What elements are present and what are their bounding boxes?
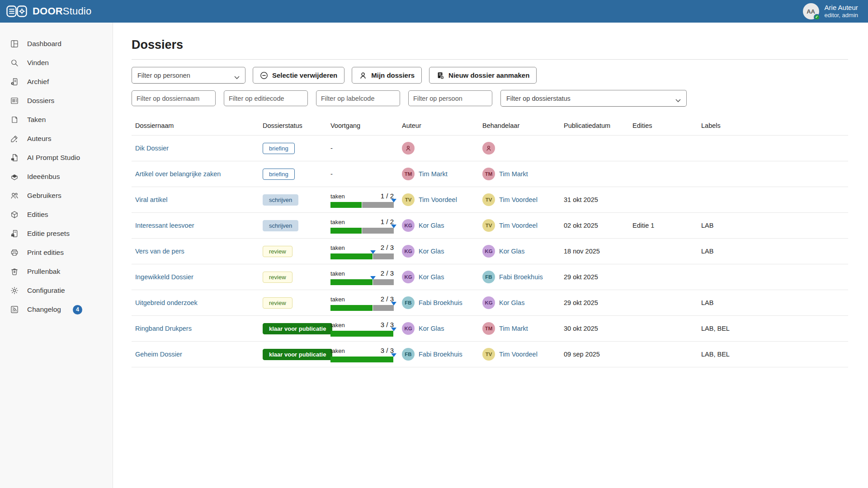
table-row[interactable]: Vers van de persreviewtaken2 / 3KGKor Gl… — [132, 239, 848, 264]
dossier-name-link[interactable]: Uitgebreid onderzoek — [135, 299, 198, 306]
sidebar-item-edities[interactable]: Edities — [0, 205, 113, 224]
publication-date: 30 okt 2025 — [560, 316, 629, 342]
dossier-name-link[interactable]: Vers van de pers — [135, 248, 184, 255]
handler-link[interactable]: Tim Markt — [499, 325, 528, 332]
progress-indicator: taken1 / 2 — [330, 218, 394, 234]
person-filter-select[interactable]: Filter op personen — [132, 67, 245, 84]
ai-document-icon — [10, 153, 19, 162]
handler-link[interactable]: Tim Voordeel — [499, 196, 538, 203]
handler-avatar: FB — [482, 271, 495, 283]
handler-link[interactable]: Kor Glas — [499, 299, 524, 306]
progress-label: taken — [330, 219, 345, 225]
status-badge: klaar voor publicatie — [263, 323, 332, 334]
handler-link[interactable]: Tim Voordeel — [499, 222, 538, 229]
handler-link[interactable]: Kor Glas — [499, 248, 524, 255]
table-row[interactable]: Viral artikelschrijventaken1 / 2TVTim Vo… — [132, 187, 848, 213]
status-filter-select[interactable]: Filter op dossierstatus — [500, 90, 687, 107]
dossier-name-link[interactable]: Geheim Dossier — [135, 351, 182, 358]
rss-icon — [10, 305, 19, 314]
title-divider — [132, 59, 848, 60]
progress-marker-icon — [391, 302, 396, 305]
progress-label: taken — [330, 296, 345, 303]
filter-input-editiecode[interactable] — [224, 90, 308, 106]
progress-bar — [330, 305, 394, 311]
column-header-behandelaar: Behandelaar — [479, 116, 560, 136]
sidebar-item-auteurs[interactable]: Auteurs — [0, 129, 113, 148]
progress-label: taken — [330, 347, 345, 354]
author-link[interactable]: Tim Markt — [419, 170, 448, 178]
sidebar: DashboardVindenArchiefDossiersTakenAuteu… — [0, 23, 113, 488]
handler-cell — [482, 142, 557, 155]
filter-input-labelcode[interactable] — [316, 90, 400, 106]
sidebar-item-gebruikers[interactable]: Gebruikers — [0, 186, 113, 205]
table-row[interactable]: Dik Dossierbriefing- — [132, 136, 848, 161]
table-row[interactable]: Uitgebreid onderzoekreviewtaken2 / 3FBFa… — [132, 290, 848, 316]
sidebar-item-changelog[interactable]: Changelog4 — [0, 300, 113, 319]
dossier-name-link[interactable]: Dik Dossier — [135, 145, 169, 152]
sidebar-item-print-edities[interactable]: Print edities — [0, 243, 113, 262]
status-badge: briefing — [263, 143, 295, 154]
editions: Editie 1 — [629, 213, 698, 239]
generic-person-avatar-icon — [402, 142, 415, 155]
progress-indicator: taken3 / 3 — [330, 347, 394, 362]
table-row[interactable]: Artikel over belangrijke zakenbriefing-T… — [132, 161, 848, 187]
handler-link[interactable]: Fabi Broekhuis — [499, 273, 543, 281]
clear-selection-button[interactable]: Selectie verwijderen — [253, 67, 344, 84]
task-note-icon — [10, 115, 19, 124]
sidebar-item-dashboard[interactable]: Dashboard — [0, 34, 113, 53]
top-bar: DOORStudio AA ✓ Arie Auteur editor, admi… — [0, 0, 868, 23]
sidebar-item-label: Prullenbak — [27, 267, 60, 276]
new-dossier-button[interactable]: Nieuw dossier aanmaken — [429, 67, 537, 84]
sidebar-item-label: Taken — [27, 116, 46, 124]
author-link[interactable]: Fabi Broekhuis — [419, 299, 462, 306]
table-header-row: Dossiernaam Dossierstatus Voortgang Aute… — [132, 116, 848, 136]
progress-indicator: taken1 / 2 — [330, 192, 394, 208]
filter-input-persoon[interactable] — [408, 90, 492, 106]
sidebar-item-prullenbak[interactable]: Prullenbak — [0, 262, 113, 281]
sidebar-item-ideeenbus[interactable]: Ideeënbus — [0, 167, 113, 186]
dossier-name-link[interactable]: Viral artikel — [135, 196, 167, 203]
minus-circle-icon — [260, 71, 268, 80]
table-row[interactable]: Ringband Drukpersklaar voor publicatieta… — [132, 316, 848, 342]
dossier-table-body: Dik Dossierbriefing-Artikel over belangr… — [132, 136, 848, 367]
handler-avatar: KG — [482, 296, 495, 309]
sidebar-item-dossiers[interactable]: Dossiers — [0, 91, 113, 110]
column-header-auteur: Auteur — [398, 116, 479, 136]
dossier-name-link[interactable]: Ingewikkeld Dossier — [135, 273, 193, 281]
sidebar-item-editie-presets[interactable]: Editie presets — [0, 224, 113, 243]
author-link[interactable]: Kor Glas — [419, 222, 444, 229]
dossier-name-link[interactable]: Ringband Drukpers — [135, 325, 192, 332]
sidebar-item-configuratie[interactable]: Configuratie — [0, 281, 113, 300]
brand-logo[interactable]: DOORStudio — [6, 5, 91, 17]
progress-marker-icon — [391, 328, 396, 331]
author-link[interactable]: Kor Glas — [419, 273, 444, 281]
author-cell: KGKor Glas — [402, 322, 475, 335]
status-badge: review — [263, 246, 292, 257]
author-link[interactable]: Fabi Broekhuis — [419, 351, 462, 358]
progress-bar — [330, 227, 394, 234]
sidebar-item-vinden[interactable]: Vinden — [0, 53, 113, 72]
author-link[interactable]: Kor Glas — [419, 325, 444, 332]
labels — [698, 161, 848, 187]
handler-link[interactable]: Tim Markt — [499, 170, 528, 178]
filter-input-dossiernaam[interactable] — [132, 90, 216, 106]
table-row[interactable]: Geheim Dossierklaar voor publicatietaken… — [132, 342, 848, 367]
sidebar-item-ai-prompt-studio[interactable]: AI Prompt Studio — [0, 148, 113, 167]
my-dossiers-button[interactable]: Mijn dossiers — [352, 67, 422, 84]
author-avatar: TM — [402, 168, 415, 180]
user-menu[interactable]: AA ✓ Arie Auteur editor, admin — [803, 3, 858, 19]
dossier-name-link[interactable]: Interessant leesvoer — [135, 222, 194, 229]
sidebar-item-taken[interactable]: Taken — [0, 110, 113, 129]
table-row[interactable]: Ingewikkeld Dossierreviewtaken2 / 3KGKor… — [132, 264, 848, 290]
status-badge: schrijven — [263, 194, 298, 206]
author-link[interactable]: Tim Voordeel — [419, 196, 457, 203]
author-link[interactable]: Kor Glas — [419, 248, 444, 255]
table-row[interactable]: Interessant leesvoerschrijventaken1 / 2K… — [132, 213, 848, 239]
handler-link[interactable]: Tim Voordeel — [499, 351, 538, 358]
author-avatar: FB — [402, 348, 415, 361]
sidebar-item-archief[interactable]: Archief — [0, 72, 113, 91]
door-logo-icon — [6, 5, 27, 17]
handler-avatar: TV — [482, 193, 495, 206]
author-avatar: KG — [402, 219, 415, 232]
dossier-name-link[interactable]: Artikel over belangrijke zaken — [135, 170, 221, 178]
